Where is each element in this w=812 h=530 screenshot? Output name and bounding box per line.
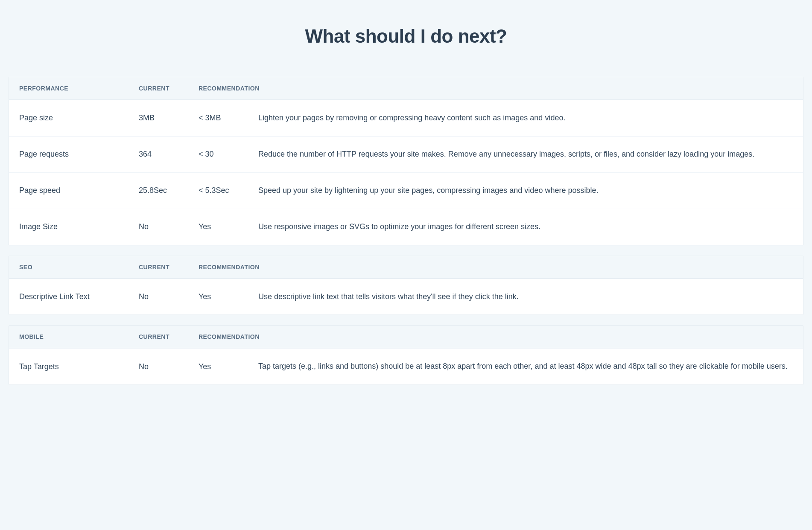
table-row: Image SizeNoYesUse responsive images or … xyxy=(9,209,803,245)
row-label: Page size xyxy=(19,114,139,122)
row-label: Page requests xyxy=(19,150,139,159)
column-description-spacer xyxy=(258,264,793,271)
row-current: 364 xyxy=(139,150,199,159)
row-recommendation: < 3MB xyxy=(199,114,258,122)
column-current: CURRENT xyxy=(139,85,199,92)
section-mobile: MOBILECURRENTRECOMMENDATIONTap TargetsNo… xyxy=(9,325,803,385)
column-recommendation: RECOMMENDATION xyxy=(199,333,258,340)
row-label: Tap Targets xyxy=(19,362,139,371)
section-performance: PERFORMANCECURRENTRECOMMENDATIONPage siz… xyxy=(9,77,803,245)
section-header: MOBILECURRENTRECOMMENDATION xyxy=(9,326,803,348)
sections-wrapper: PERFORMANCECURRENTRECOMMENDATIONPage siz… xyxy=(9,77,803,385)
row-current: 25.8Sec xyxy=(139,186,199,195)
row-current: No xyxy=(139,292,199,301)
section-seo: SEOCURRENTRECOMMENDATIONDescriptive Link… xyxy=(9,256,803,315)
row-recommendation: Yes xyxy=(199,222,258,231)
row-label: Page speed xyxy=(19,186,139,195)
row-description: Use descriptive link text that tells vis… xyxy=(258,291,793,303)
row-label: Descriptive Link Text xyxy=(19,292,139,301)
table-row: Descriptive Link TextNoYesUse descriptiv… xyxy=(9,279,803,315)
column-description-spacer xyxy=(258,85,793,92)
row-current: No xyxy=(139,362,199,371)
section-name: MOBILE xyxy=(19,333,139,340)
row-current: No xyxy=(139,222,199,231)
page-title: What should I do next? xyxy=(9,26,803,47)
row-description: Tap targets (e.g., links and buttons) sh… xyxy=(258,361,793,373)
row-description: Reduce the number of HTTP requests your … xyxy=(258,149,793,160)
section-name: SEO xyxy=(19,264,139,271)
row-recommendation: < 5.3Sec xyxy=(199,186,258,195)
column-recommendation: RECOMMENDATION xyxy=(199,85,258,92)
section-name: PERFORMANCE xyxy=(19,85,139,92)
row-description: Lighten your pages by removing or compre… xyxy=(258,112,793,124)
row-description: Use responsive images or SVGs to optimiz… xyxy=(258,221,793,233)
page-container: What should I do next? PERFORMANCECURREN… xyxy=(9,26,803,385)
row-description: Speed up your site by lightening up your… xyxy=(258,185,793,197)
row-recommendation: Yes xyxy=(199,292,258,301)
section-header: PERFORMANCECURRENTRECOMMENDATION xyxy=(9,77,803,100)
row-recommendation: Yes xyxy=(199,362,258,371)
column-current: CURRENT xyxy=(139,333,199,340)
table-row: Tap TargetsNoYesTap targets (e.g., links… xyxy=(9,348,803,384)
table-row: Page size3MB< 3MBLighten your pages by r… xyxy=(9,100,803,136)
row-label: Image Size xyxy=(19,222,139,231)
column-current: CURRENT xyxy=(139,264,199,271)
table-row: Page requests364< 30Reduce the number of… xyxy=(9,136,803,172)
column-recommendation: RECOMMENDATION xyxy=(199,264,258,271)
row-recommendation: < 30 xyxy=(199,150,258,159)
column-description-spacer xyxy=(258,333,793,340)
row-current: 3MB xyxy=(139,114,199,122)
table-row: Page speed25.8Sec< 5.3SecSpeed up your s… xyxy=(9,172,803,209)
section-header: SEOCURRENTRECOMMENDATION xyxy=(9,256,803,279)
